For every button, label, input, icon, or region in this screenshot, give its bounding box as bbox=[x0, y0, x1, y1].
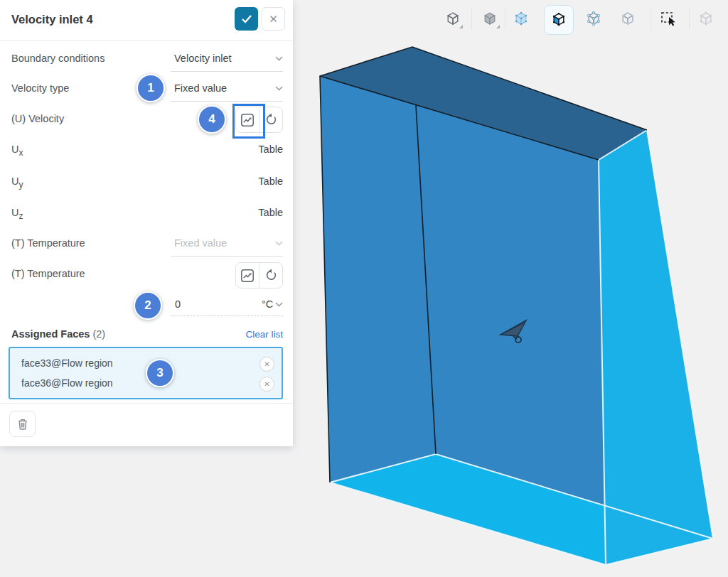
unit-select[interactable]: °C bbox=[262, 298, 283, 310]
assigned-faces-count: (2) bbox=[92, 328, 105, 340]
annotation-badge-4: 4 bbox=[198, 105, 226, 134]
annotation-badge-2: 2 bbox=[134, 291, 162, 320]
geometry-right-face-assigned[interactable] bbox=[599, 130, 713, 565]
page-title: Velocity inlet 4 bbox=[11, 13, 93, 26]
u-velocity-label: (U) Velocity bbox=[11, 113, 64, 124]
temperature-type-select-disabled[interactable]: Fixed value bbox=[174, 237, 283, 249]
remove-face-button[interactable]: ✕ bbox=[259, 357, 274, 372]
box-select-icon bbox=[660, 10, 678, 28]
unit-value: °C bbox=[262, 298, 273, 310]
isolate-selection-button[interactable] bbox=[692, 5, 720, 33]
toolbar-separator bbox=[689, 9, 690, 30]
chevron-down-icon bbox=[275, 86, 283, 91]
confirm-button[interactable] bbox=[235, 7, 258, 31]
vertex-cube-icon bbox=[513, 11, 530, 28]
ux-label: Ux bbox=[11, 144, 23, 158]
reset-button[interactable] bbox=[259, 107, 282, 132]
shaded-view-button[interactable] bbox=[476, 5, 504, 33]
isolate-cube-icon-disabled bbox=[697, 11, 714, 28]
edge-select-button[interactable] bbox=[579, 5, 608, 33]
uy-value[interactable]: Table bbox=[258, 176, 283, 187]
uz-label: Uz bbox=[11, 207, 23, 221]
unit-underline bbox=[262, 316, 283, 316]
input-underline bbox=[171, 316, 260, 316]
trash-icon bbox=[16, 417, 30, 431]
boundary-conditions-value: Velocity inlet bbox=[174, 53, 232, 64]
panel-header: Velocity inlet 4 ✕ bbox=[0, 0, 293, 41]
field-underline bbox=[171, 101, 283, 102]
toolbar-separator bbox=[471, 9, 472, 30]
face-list-item[interactable]: face33@Flow region bbox=[21, 357, 113, 369]
velocity-type-label: Velocity type bbox=[11, 82, 69, 94]
delete-button[interactable] bbox=[9, 411, 36, 437]
wireframe-view-button[interactable] bbox=[439, 5, 467, 33]
annotation-badge-1: 1 bbox=[136, 74, 165, 102]
uz-value[interactable]: Table bbox=[258, 207, 283, 218]
toolbar-separator bbox=[651, 9, 651, 30]
remove-face-button[interactable]: ✕ bbox=[259, 377, 274, 392]
chevron-down-icon bbox=[275, 56, 283, 61]
clear-list-link[interactable]: Clear list bbox=[245, 329, 283, 340]
field-underline bbox=[171, 256, 283, 257]
boundary-conditions-select[interactable]: Velocity inlet bbox=[174, 53, 283, 64]
dropdown-corner-arrow bbox=[496, 25, 500, 28]
dropdown-corner-arrow bbox=[459, 25, 463, 28]
face-list-item[interactable]: face36@Flow region bbox=[21, 377, 113, 389]
assigned-faces-label: Assigned Faces (2) bbox=[11, 328, 105, 340]
remove-icon: ✕ bbox=[264, 380, 269, 388]
box-select-button[interactable] bbox=[655, 5, 683, 33]
check-icon bbox=[241, 14, 252, 23]
close-icon: ✕ bbox=[269, 13, 278, 26]
toolbar-separator bbox=[505, 9, 505, 30]
chart-icon bbox=[240, 113, 255, 127]
temperature-button-group bbox=[235, 262, 283, 288]
panel-footer-divider bbox=[0, 403, 293, 404]
boundary-conditions-label: Boundary conditions bbox=[11, 53, 105, 64]
reset-button[interactable] bbox=[259, 263, 282, 288]
uy-label: Uy bbox=[11, 176, 23, 190]
remove-icon: ✕ bbox=[264, 360, 269, 368]
body-cube-icon bbox=[619, 11, 636, 28]
temperature-input[interactable]: 0 bbox=[175, 298, 181, 310]
field-underline bbox=[171, 71, 283, 72]
close-button[interactable]: ✕ bbox=[262, 7, 285, 31]
face-select-cube-icon bbox=[550, 11, 567, 28]
body-select-button[interactable] bbox=[614, 5, 642, 33]
u-velocity-button-group bbox=[235, 107, 283, 133]
chart-table-input-button[interactable] bbox=[236, 263, 259, 288]
simscale-workbench: Velocity inlet 4 ✕ Boundary conditions V… bbox=[0, 0, 728, 577]
reset-icon bbox=[264, 113, 278, 126]
boundary-condition-panel: Velocity inlet 4 ✕ Boundary conditions V… bbox=[0, 0, 293, 446]
chevron-down-icon bbox=[275, 302, 283, 307]
velocity-type-select[interactable]: Fixed value bbox=[174, 82, 283, 94]
reset-icon bbox=[264, 269, 278, 282]
chart-icon bbox=[240, 269, 255, 283]
vertex-select-button[interactable] bbox=[507, 5, 535, 33]
face-select-button[interactable] bbox=[544, 5, 574, 35]
temperature-type-value: Fixed value bbox=[174, 237, 227, 249]
temperature-value-label: (T) Temperature bbox=[11, 268, 85, 279]
edge-cube-icon bbox=[585, 11, 602, 28]
velocity-type-value: Fixed value bbox=[174, 82, 227, 94]
chevron-down-icon bbox=[275, 241, 283, 246]
temperature-type-label: (T) Temperature bbox=[11, 237, 85, 249]
ux-value[interactable]: Table bbox=[258, 144, 283, 155]
annotation-badge-3: 3 bbox=[146, 359, 174, 387]
chart-table-input-button[interactable] bbox=[236, 107, 259, 132]
